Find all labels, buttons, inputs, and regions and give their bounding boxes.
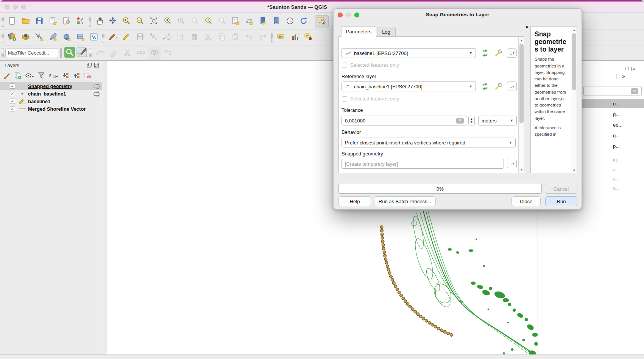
layer-checkbox[interactable]: ✓ [10,91,15,96]
minimize-window-button[interactable] [13,5,18,9]
snapped-geometry-input[interactable]: [Create temporary layer] [341,159,504,169]
selected-features-checkbox[interactable] [342,96,347,102]
digitize-button[interactable] [147,31,161,44]
undo-button[interactable] [242,31,256,44]
reference-layer-combo[interactable]: chain_baseline1 [EPSG:27700] ▼ [341,82,476,91]
new-project-button[interactable] [5,15,19,28]
toolbar-grip[interactable] [89,17,91,27]
layer-checkbox[interactable]: ✓ [10,106,15,111]
open-layer-styling-icon[interactable] [3,72,11,79]
close-panel-icon[interactable] [94,63,99,68]
run-as-batch-button[interactable]: Run as Batch Process... [374,196,436,206]
behavior-combo[interactable]: Prefer closest point,insert extra vertic… [341,138,516,147]
add-group-icon[interactable] [14,72,22,79]
annotation-tool-button[interactable] [107,47,120,60]
toggle-visibility-tool[interactable] [148,47,161,60]
toolbar-grip[interactable] [102,33,104,42]
close-button[interactable]: Close [511,196,541,206]
save-edits-button[interactable] [133,31,147,44]
select-features-tool[interactable] [315,15,329,28]
new-map-view-button[interactable] [229,15,242,28]
iterate-over-layer-icon[interactable] [480,49,490,59]
new-spatial-bookmark-button[interactable] [256,15,270,28]
toolbar-overflow-chevron[interactable]: » [622,73,625,79]
geocoder-search-button[interactable] [64,47,76,60]
toolbar-grip[interactable] [2,48,4,58]
maptiler-button[interactable] [76,47,88,60]
toolbar-grip[interactable] [2,33,4,42]
scroll-up-icon[interactable]: ▲ [571,27,577,33]
clear-value-icon[interactable]: ✕ [456,118,464,124]
layer-checkbox[interactable]: ✓ [10,83,15,89]
close-panel-icon[interactable] [631,66,636,72]
run-button[interactable]: Run [545,196,577,206]
new-3d-map-view-button[interactable] [242,15,256,28]
vertex-tool-button[interactable]: ▾ [161,31,174,44]
scrollbar-thumb[interactable] [572,33,576,90]
snapped-geometry-browse-button[interactable]: …▾ [507,159,517,168]
pan-to-selection-button[interactable] [106,15,120,28]
tolerance-units-combo[interactable]: meters ▼ [478,116,517,125]
new-vector-layer-button[interactable] [87,31,101,44]
tab-parameters[interactable]: Parameters [341,26,376,37]
data-source-manager-button[interactable] [5,31,19,44]
expand-all-icon[interactable] [62,72,69,79]
split-features-button[interactable] [120,47,134,60]
float-panel-icon[interactable] [87,63,92,68]
toolbox-search-input[interactable]: ✕ [583,86,642,96]
zoom-native-button[interactable]: 1:1 [188,15,201,28]
cancel-button[interactable]: Cancel [545,184,577,194]
layout-manager-button[interactable] [60,15,73,28]
zoom-full-extent-button[interactable] [147,15,161,28]
help-scrollbar[interactable]: ▲ ▼ [571,27,577,173]
style-manager-button[interactable]: a [73,15,87,28]
new-virtual-layer-button[interactable] [73,31,87,44]
float-panel-icon[interactable] [624,66,629,72]
help-button[interactable]: Help [338,196,371,206]
paste-features-button[interactable] [229,31,242,44]
filter-legend-icon[interactable] [37,72,45,79]
layer-row-merged-shoreline[interactable]: ✓ Merged Shoreline Vector [0,105,102,113]
zoom-last-button[interactable] [161,15,174,28]
scrollbar-thumb[interactable] [519,44,524,123]
toolbar-grip[interactable] [60,48,62,58]
cut-features-button[interactable] [201,31,215,44]
scroll-up-icon[interactable]: ▲ [519,38,524,43]
tolerance-input[interactable]: 0.001000 ✕ [341,116,467,125]
geocoder-search-input[interactable] [5,48,58,58]
add-layer-button[interactable] [19,31,33,44]
save-project-button[interactable] [33,15,46,28]
layer-row-chain-baseline1[interactable]: ✓ chain_baseline1 [0,90,102,97]
delete-selected-button[interactable] [188,31,201,44]
refresh-map-button[interactable] [297,15,310,28]
toggle-editing-button[interactable] [120,31,133,44]
filter-by-expression-icon[interactable]: ε [48,72,58,79]
new-shapefile-layer-button[interactable] [33,31,46,44]
zoom-to-selection-button[interactable] [201,15,215,28]
manage-map-themes-icon[interactable] [25,72,34,79]
modify-attributes-button[interactable] [174,31,188,44]
zoom-out-button[interactable] [133,15,147,28]
reshape-tool-button[interactable] [93,47,107,60]
collapse-help-arrow-icon[interactable]: ▶ [526,25,529,29]
toolbar-grip[interactable] [271,33,273,42]
collapse-all-icon[interactable] [73,72,80,79]
scroll-down-icon[interactable]: ▼ [519,167,524,172]
input-layer-combo[interactable]: baseline1 [EPSG:27700] ▼ [341,48,476,58]
tab-log[interactable]: Log [377,27,396,37]
layer-diagram-button[interactable] [288,31,302,44]
copy-features-button[interactable] [215,31,229,44]
layer-checkbox[interactable]: ✓ [10,99,15,104]
merge-features-button[interactable] [134,47,148,60]
reference-layer-browse-button[interactable]: …▾ [507,82,517,91]
layer-labeling-button[interactable]: abc [275,31,288,44]
new-print-layout-button[interactable] [46,15,60,28]
zoom-next-button[interactable] [174,15,188,28]
clear-search-icon[interactable]: ✕ [631,88,638,94]
input-layer-browse-button[interactable]: …▾ [507,48,517,58]
toolbar-grip[interactable] [2,17,4,27]
iterate-over-layer-icon[interactable] [480,82,490,92]
advanced-options-wrench-icon[interactable] [494,49,503,59]
remove-layer-icon[interactable] [84,72,91,79]
toolbar-grip[interactable] [89,48,92,58]
